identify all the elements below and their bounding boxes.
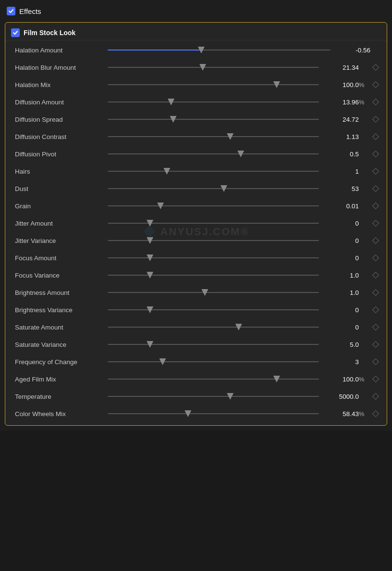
group-checkbox[interactable] [11, 28, 20, 37]
slider-hairs[interactable] [108, 166, 319, 176]
keyframe-diamond-grain [372, 203, 379, 209]
slider-thumb-diffusion-amount [168, 99, 175, 105]
param-row-frequency-of-change: Frequency of Change3 [5, 353, 387, 370]
keyframe-btn-frequency-of-change[interactable] [371, 357, 380, 366]
effects-checkbox[interactable] [7, 7, 15, 15]
slider-jitter-variance[interactable] [108, 236, 319, 245]
keyframe-btn-diffusion-contrast[interactable] [371, 132, 380, 141]
slider-grain[interactable] [108, 201, 319, 211]
param-value-focus-variance: 1.0 [323, 272, 359, 279]
keyframe-btn-dust[interactable] [371, 184, 380, 193]
keyframe-diamond-jitter-amount [372, 220, 379, 227]
param-label-aged-film-mix: Aged Film Mix [15, 376, 104, 383]
keyframe-btn-saturate-amount[interactable] [371, 323, 380, 331]
param-label-hairs: Hairs [15, 168, 104, 175]
keyframe-btn-jitter-amount[interactable] [371, 219, 380, 228]
slider-diffusion-spread[interactable] [108, 114, 319, 124]
param-value-saturate-amount: 0 [323, 324, 359, 331]
param-label-diffusion-spread: Diffusion Spread [15, 116, 104, 123]
slider-saturate-amount[interactable] [108, 322, 319, 332]
slider-track-grain [108, 205, 319, 206]
param-unit-halation-mix: % [359, 81, 368, 89]
slider-thumb-brightness-amount [202, 289, 208, 296]
keyframe-btn-jitter-variance[interactable] [371, 236, 380, 245]
param-label-saturate-variance: Saturate Variance [15, 341, 104, 348]
slider-saturate-variance[interactable] [108, 340, 319, 349]
keyframe-btn-brightness-variance[interactable] [371, 305, 380, 314]
param-label-color-wheels-mix: Color Wheels Mix [15, 410, 104, 418]
keyframe-btn-brightness-amount[interactable] [371, 288, 380, 297]
slider-thumb-color-wheels-mix [185, 410, 191, 417]
param-row-brightness-variance: Brightness Variance0 [5, 301, 387, 318]
slider-thumb-temperature [227, 393, 234, 400]
slider-diffusion-contrast[interactable] [108, 132, 319, 141]
slider-thumb-jitter-amount [147, 220, 153, 227]
slider-halation-mix[interactable] [108, 80, 319, 89]
keyframe-diamond-halation-blur-amount [372, 64, 379, 71]
params-scroll-area: 🔷 ANYUSJ.COM® Halation Amount-0.56Halati… [5, 41, 387, 422]
param-value-jitter-amount: 0 [323, 220, 359, 227]
keyframe-diamond-halation-mix [372, 81, 379, 88]
slider-brightness-amount[interactable] [108, 288, 319, 297]
slider-color-wheels-mix[interactable] [108, 409, 319, 419]
param-label-focus-variance: Focus Variance [15, 272, 104, 279]
keyframe-diamond-frequency-of-change [372, 358, 379, 365]
slider-dust[interactable] [108, 184, 319, 193]
slider-track-dust [108, 188, 319, 189]
keyframe-btn-diffusion-pivot[interactable] [371, 150, 380, 158]
slider-track-color-wheels-mix [108, 413, 319, 414]
slider-brightness-variance[interactable] [108, 305, 319, 315]
keyframe-diamond-focus-variance [372, 272, 379, 279]
slider-thumb-halation-blur-amount [200, 64, 206, 71]
slider-aged-film-mix[interactable] [108, 374, 319, 384]
param-label-saturate-amount: Saturate Amount [15, 324, 104, 331]
keyframe-btn-temperature[interactable] [371, 392, 380, 401]
keyframe-btn-saturate-variance[interactable] [371, 340, 380, 349]
param-value-diffusion-amount: 13.96 [323, 99, 359, 106]
param-row-jitter-amount: Jitter Amount0 [5, 215, 387, 232]
param-row-halation-blur-amount: Halation Blur Amount21.34 [5, 59, 387, 76]
slider-temperature[interactable] [108, 392, 319, 401]
slider-diffusion-amount[interactable] [108, 97, 319, 107]
keyframe-btn-color-wheels-mix[interactable] [371, 409, 380, 418]
keyframe-btn-aged-film-mix[interactable] [371, 375, 380, 383]
param-label-brightness-amount: Brightness Amount [15, 289, 104, 296]
slider-focus-amount[interactable] [108, 253, 319, 263]
param-unit-diffusion-amount: % [359, 99, 368, 106]
slider-thumb-grain [157, 203, 164, 209]
param-label-focus-amount: Focus Amount [15, 254, 104, 262]
keyframe-btn-halation-mix[interactable] [371, 80, 380, 89]
slider-diffusion-pivot[interactable] [108, 149, 319, 159]
param-row-halation-mix: Halation Mix100.0% [5, 76, 387, 93]
keyframe-btn-hairs[interactable] [371, 167, 380, 176]
param-value-dust: 53 [323, 185, 359, 192]
keyframe-btn-halation-blur-amount[interactable] [371, 63, 380, 72]
slider-focus-variance[interactable] [108, 270, 319, 280]
param-row-aged-film-mix: Aged Film Mix100.0% [5, 370, 387, 388]
param-row-halation-amount: Halation Amount-0.56 [5, 41, 387, 59]
slider-jitter-amount[interactable] [108, 218, 319, 228]
param-row-brightness-amount: Brightness Amount1.0 [5, 284, 387, 301]
params-container: Halation Amount-0.56Halation Blur Amount… [5, 41, 387, 422]
param-label-dust: Dust [15, 185, 104, 192]
slider-track-diffusion-spread [108, 119, 319, 120]
slider-halation-amount[interactable] [108, 45, 330, 55]
slider-thumb-diffusion-pivot [238, 151, 244, 157]
param-label-diffusion-pivot: Diffusion Pivot [15, 151, 104, 158]
slider-frequency-of-change[interactable] [108, 357, 319, 367]
keyframe-btn-diffusion-amount[interactable] [371, 98, 380, 106]
param-label-temperature: Temperature [15, 393, 104, 400]
keyframe-btn-focus-amount[interactable] [371, 254, 380, 262]
keyframe-btn-focus-variance[interactable] [371, 271, 380, 279]
keyframe-diamond-hairs [372, 168, 379, 175]
keyframe-diamond-saturate-amount [372, 324, 379, 330]
group-header: Film Stock Look [5, 25, 387, 40]
slider-thumb-jitter-variance [147, 237, 153, 244]
slider-halation-blur-amount[interactable] [108, 63, 319, 72]
slider-track-frequency-of-change [108, 361, 319, 362]
keyframe-btn-grain[interactable] [371, 202, 380, 210]
param-label-halation-mix: Halation Mix [15, 81, 104, 89]
slider-track-diffusion-pivot [108, 153, 319, 154]
param-label-frequency-of-change: Frequency of Change [15, 358, 104, 366]
keyframe-btn-diffusion-spread[interactable] [371, 115, 380, 124]
